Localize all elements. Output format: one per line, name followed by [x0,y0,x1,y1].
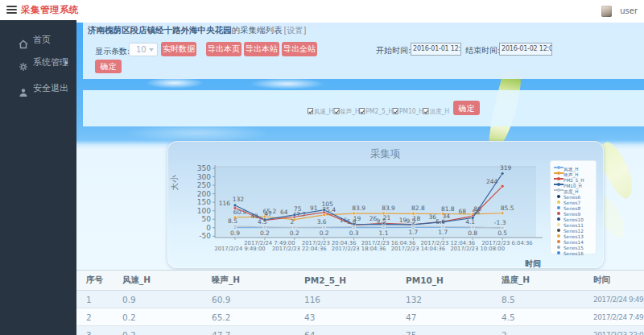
checkbox-label: 风速_H [314,107,333,115]
table-col-header: 温度_H [491,271,583,291]
table-cell: 47 [395,308,491,326]
title-suffix: 的采集端列表 [232,25,283,35]
chart-panel: 采集项 350300250200150100500-50大小2017/2/24 … [167,141,604,268]
table-cell: 65.2 [202,308,295,326]
top-header-bar: 采集管理系统 user [0,0,644,20]
table-cell: 2 [491,326,583,335]
export-station-button[interactable]: 导出本站 [244,42,279,56]
realtime-data-button[interactable]: 实时数据 [161,42,196,56]
gear-icon [19,58,28,68]
svg-text:2017/2/23 6:04:36: 2017/2/23 6:04:36 [481,240,532,246]
app: 采集管理系统 user 首页系统管理安全退出 济南槐荫区段店镇经十路外海中央花园… [0,0,644,335]
legend-line-marker [553,168,564,174]
legend-line-marker [553,180,564,185]
legend-label: Series13 [564,234,584,239]
settings-link[interactable]: [设置] [284,26,307,35]
user-name: user [620,6,638,15]
table-cell: 2017/2/24 9:49:00 [583,291,644,308]
end-time-input[interactable]: 2016-01-02 12:00 [499,43,552,56]
confirm-button-filter[interactable]: 确定 [453,101,480,115]
table-cell: 0.9 [113,291,202,308]
svg-text:2017/2/23 10:08:00: 2017/2/23 10:08:00 [450,246,505,252]
export-page-button[interactable]: 导出本页 [206,42,242,56]
legend-label: Series6 [564,194,580,200]
table-row[interactable]: 20.265.243474.52017/2/24 7:49:00 [76,308,644,326]
svg-text:大小: 大小 [170,175,179,191]
svg-text:50: 50 [202,215,212,223]
table-header-row: 序号风速_H噪声_HPM2_5_HPM10_H温度_H时间 [76,271,644,291]
svg-text:83.9: 83.9 [352,205,365,212]
legend-label: PM2_5_H [564,177,584,183]
svg-text:100: 100 [197,207,211,215]
series-checkbox-PM10_H[interactable]: PM10_H [393,105,423,116]
legend-label: PM10_H [564,183,582,188]
series-checkbox-噪声_H[interactable]: 噪声_H [333,105,359,116]
svg-text:200: 200 [197,190,211,198]
start-time-input[interactable]: 2016-01-01 12:00 [411,43,461,56]
user-box[interactable]: user [601,2,638,17]
display-count-value: 10 [136,45,147,54]
table-cell: 2017/2/23 22:04:36 [583,326,644,335]
svg-text:1.7: 1.7 [408,229,418,236]
svg-text:0.2: 0.2 [290,230,299,237]
table-cell: 47.7 [202,326,295,335]
svg-text:82.8: 82.8 [411,205,425,212]
table-row[interactable]: 30.247.7647522017/2/23 22:04:36 [76,326,644,335]
svg-text:300: 300 [197,173,211,181]
series-checkbox-row: 风速_H噪声_HPM2_5_HPM10_H温度_H [308,101,449,114]
table-cell: 4.5 [491,308,583,326]
table-cell: 116 [295,291,395,308]
legend-label: Series15 [564,245,584,250]
svg-text:47: 47 [264,210,272,217]
svg-text:1.7: 1.7 [438,229,448,236]
confirm-button-top[interactable]: 确定 [95,60,122,73]
export-all-button[interactable]: 导出全站 [282,42,317,56]
svg-text:0.5: 0.5 [497,230,507,237]
sidebar-item-logout[interactable]: 安全退出 [0,77,76,100]
table-row[interactable]: 10.960.91161328.52017/2/24 9:49:00 [76,291,644,308]
start-time-label: 开始时间: [376,45,411,56]
svg-text:105: 105 [322,201,334,208]
checkbox-label: 温度_H [430,107,449,115]
sidebar-item-system-admin[interactable]: 系统管理 [0,52,76,74]
table-cell: 2017/2/24 7:49:00 [583,308,644,326]
legend-dot-marker [553,247,564,254]
legend-line-marker [553,185,564,191]
app-title: 采集管理系统 [21,4,79,16]
svg-text:1.1: 1.1 [379,230,389,237]
chart-plot: 350300250200150100500-50大小2017/2/24 9:49… [167,141,604,268]
legend-label: 温度_H [564,188,579,194]
checkbox-icon[interactable] [360,108,365,114]
legend-label: Series8 [564,205,580,211]
legend-label: 风速_H [564,166,579,172]
checkbox-icon[interactable] [423,108,429,114]
checkbox-icon[interactable] [308,108,313,114]
series-checkbox-温度_H[interactable]: 温度_H [423,105,449,116]
series-checkbox-PM2_5_H[interactable]: PM2_5_H [360,105,394,116]
svg-text:116: 116 [219,200,231,207]
sidebar-item-home[interactable]: 首页 [0,29,76,52]
panel-series-filter: 风速_H噪声_HPM2_5_HPM10_H温度_H 确定 [83,90,644,126]
svg-text:0.9: 0.9 [230,230,240,237]
table-col-header: 序号 [76,271,113,291]
checkbox-icon[interactable] [333,108,339,114]
table-cell: 3 [76,326,113,335]
table-cell: 0.2 [113,308,202,326]
svg-text:5.9: 5.9 [436,218,445,225]
table-cell: 1 [76,291,113,308]
series-checkbox-风速_H[interactable]: 风速_H [308,105,333,116]
user-avatar[interactable] [601,6,612,17]
legend-label: Series11 [564,222,584,228]
table-col-header: PM10_H [395,271,491,291]
station-name: 济南槐荫区段店镇经十路外海中央花园 [88,25,232,35]
svg-text:244: 244 [486,178,498,185]
legend-label: Series16 [564,250,584,256]
display-count-select[interactable]: 10 [129,43,158,56]
svg-text:2017/2/24 9:49:00: 2017/2/24 9:49:00 [214,246,265,252]
sidebar-nav: 首页系统管理安全退出 [0,20,76,335]
svg-text:4.1: 4.1 [465,218,475,225]
table-cell: 64 [295,326,395,335]
svg-text:0.3: 0.3 [349,230,359,237]
menu-hamburger-icon[interactable] [6,6,17,14]
checkbox-icon[interactable] [393,108,398,114]
